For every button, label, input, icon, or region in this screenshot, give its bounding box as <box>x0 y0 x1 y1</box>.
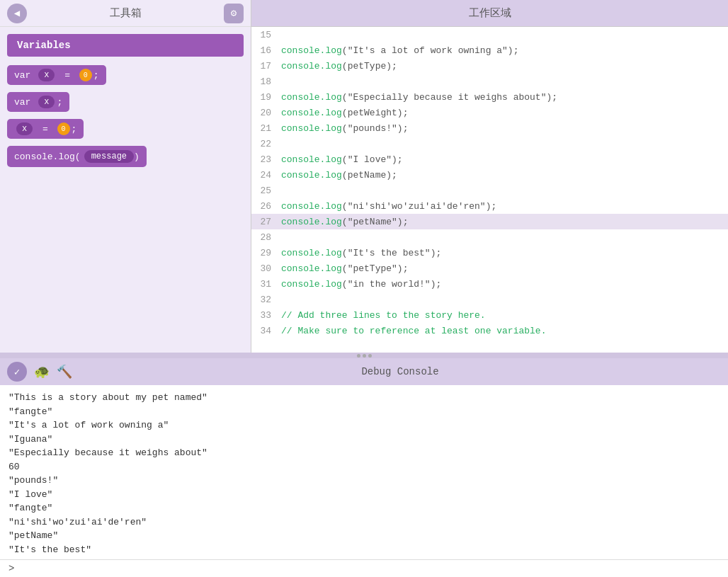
code-line: 30console.log("petType"); <box>251 261 728 276</box>
code-line: 29console.log("It's the best"); <box>251 245 728 261</box>
code-line: 27console.log("petName"); <box>251 214 728 229</box>
debug-play-button[interactable]: ✓ <box>7 362 27 382</box>
code-line: 32 <box>251 292 728 307</box>
debug-console: "This is a story about my pet named""fan… <box>0 385 728 559</box>
resize-dot-2 <box>363 354 366 358</box>
line-number: 21 <box>251 123 278 134</box>
line-content: console.log(petWeight); <box>278 108 728 118</box>
line-number: 23 <box>251 154 278 165</box>
line-number: 28 <box>251 232 278 243</box>
console-output-line: "ni'shi'wo'zui'ai'de'ren" <box>8 515 720 530</box>
toolbox-back-button[interactable]: ◀ <box>7 4 27 23</box>
debug-turtle-icon[interactable]: 🐢 <box>34 364 50 379</box>
toolbox-title: 工具箱 <box>27 6 224 20</box>
resize-handle[interactable] <box>0 353 728 358</box>
block-circle-1: 0 <box>79 69 92 81</box>
code-line: 24console.log(petName); <box>251 167 728 183</box>
resize-dots <box>357 354 372 358</box>
block-semicolon-3: ; <box>72 124 77 135</box>
toolbox: ◀ 工具箱 ⚙ Variables var x = 0 ; <box>0 0 251 353</box>
line-number: 27 <box>251 217 278 227</box>
block-equal-2: = <box>37 124 53 135</box>
block-var-label: var <box>14 70 36 81</box>
work-area-header: 工作区域 <box>251 0 728 27</box>
line-content: console.log("Especially because it weigh… <box>278 92 728 103</box>
code-editor[interactable]: 1516console.log("It's a lot of work owni… <box>251 27 728 353</box>
line-number: 31 <box>251 279 278 290</box>
debug-toolbar: ✓ 🐢 🔨 Debug Console <box>0 358 728 385</box>
line-content: console.log("petType"); <box>278 263 728 274</box>
console-output-line: "Especially because it weighs about" <box>8 446 720 460</box>
resize-dot-1 <box>357 354 360 358</box>
console-output-line: "fangte" <box>8 405 720 419</box>
line-content: console.log(petName); <box>278 170 728 181</box>
line-content: console.log("petName"); <box>278 217 728 227</box>
line-number: 24 <box>251 170 278 181</box>
block-equal-1: = <box>59 70 75 81</box>
block-row-console-log: console.log( message ) <box>7 146 244 174</box>
code-line: 25 <box>251 183 728 198</box>
console-log-block[interactable]: console.log( message ) <box>7 146 147 167</box>
code-line: 17console.log(petType); <box>251 58 728 74</box>
code-line: 22 <box>251 136 728 152</box>
line-number: 32 <box>251 295 278 305</box>
code-line: 19console.log("Especially because it wei… <box>251 89 728 105</box>
block-x-pill-2: x <box>38 96 55 108</box>
top-area: ◀ 工具箱 ⚙ Variables var x = 0 ; <box>0 0 728 353</box>
console-log-prefix: console.log( <box>14 152 81 162</box>
line-number: 18 <box>251 76 278 87</box>
debug-hammer-icon[interactable]: 🔨 <box>57 364 72 379</box>
var-declare-block[interactable]: var x ; <box>7 92 69 112</box>
line-number: 34 <box>251 326 278 336</box>
line-number: 30 <box>251 263 278 274</box>
block-row-var-assign: var x = 0 ; <box>7 65 244 92</box>
line-number: 20 <box>251 108 278 118</box>
code-line: 20console.log(petWeight); <box>251 105 728 120</box>
debug-input[interactable] <box>18 564 720 574</box>
block-var-label-2: var <box>14 97 36 108</box>
block-circle-2: 0 <box>57 122 70 135</box>
line-content: console.log("ni'shi'wo'zui'ai'de'ren"); <box>278 201 728 212</box>
console-output-line: "pounds!" <box>8 474 720 488</box>
console-output-line: "It's the best" <box>8 543 720 557</box>
code-line: 23console.log("I love"); <box>251 152 728 167</box>
line-content: console.log("It's a lot of work owning a… <box>278 45 728 56</box>
code-line: 31console.log("in the world!"); <box>251 276 728 292</box>
line-content: console.log("in the world!"); <box>278 279 728 290</box>
console-output-line: 60 <box>8 460 720 474</box>
console-output-line: "I love" <box>8 488 720 502</box>
line-number: 19 <box>251 92 278 103</box>
block-row-var-declare: var x ; <box>7 92 244 119</box>
line-number: 16 <box>251 45 278 56</box>
line-content: console.log("It's the best"); <box>278 248 728 258</box>
console-output-line: "This is a story about my pet named" <box>8 391 720 405</box>
line-number: 25 <box>251 185 278 196</box>
var-assign-block[interactable]: var x = 0 ; <box>7 65 106 85</box>
line-content: console.log("pounds!"); <box>278 123 728 134</box>
code-line: 21console.log("pounds!"); <box>251 120 728 136</box>
line-number: 17 <box>251 61 278 72</box>
debug-prompt: > <box>8 563 14 574</box>
block-x-pill-1: x <box>38 69 55 81</box>
line-number: 22 <box>251 139 278 149</box>
debug-console-title: Debug Console <box>79 366 721 377</box>
line-content: console.log(petType); <box>278 61 728 72</box>
message-pill: message <box>84 150 134 163</box>
line-number: 26 <box>251 201 278 212</box>
toolbox-header: ◀ 工具箱 ⚙ <box>0 0 251 27</box>
main-container: ◀ 工具箱 ⚙ Variables var x = 0 ; <box>0 0 728 577</box>
resize-dot-3 <box>368 354 372 358</box>
console-output-line: "It's a lot of work owning a" <box>8 418 720 433</box>
toolbox-settings-button[interactable]: ⚙ <box>224 4 244 23</box>
console-output-line: "Iguana" <box>8 433 720 447</box>
debug-input-row: > <box>0 559 728 577</box>
console-log-suffix: ) <box>134 152 140 162</box>
block-row-assign: x = 0 ; <box>7 119 244 146</box>
assign-block[interactable]: x = 0 ; <box>7 119 84 139</box>
work-area-title: 工作区域 <box>469 6 511 20</box>
code-line: 33// Add three lines to the story here. <box>251 307 728 323</box>
code-line: 18 <box>251 74 728 89</box>
variables-section-header: Variables <box>7 34 244 57</box>
line-number: 15 <box>251 30 278 40</box>
work-area: 工作区域 1516console.log("It's a lot of work… <box>251 0 728 353</box>
